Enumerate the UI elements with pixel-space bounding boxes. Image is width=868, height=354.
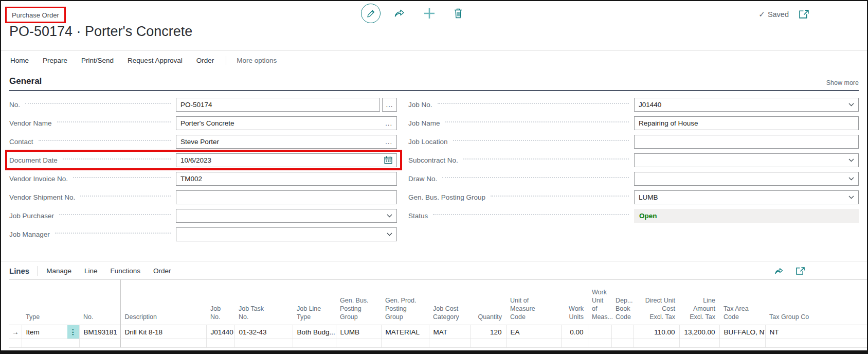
lines-table: Type No. Description Job No. Job Task No…: [9, 279, 867, 348]
job-purchaser-select[interactable]: [176, 209, 397, 223]
open-in-new-window-icon[interactable]: [799, 9, 809, 19]
col-work-unit-of-meas[interactable]: Work Unit of Meas...: [588, 280, 611, 325]
cell-tax-group-code[interactable]: NT: [765, 325, 867, 339]
cell-work-unit-of-meas[interactable]: [588, 325, 611, 339]
dotted-leader: [63, 158, 171, 160]
share-icon[interactable]: [393, 8, 406, 19]
lines-heading[interactable]: Lines: [9, 267, 29, 275]
cell-dep-book-code[interactable]: [611, 325, 633, 339]
vendor-shipment-no-input[interactable]: [176, 190, 397, 204]
vendor-name-input[interactable]: Porter's Concrete ...: [176, 116, 397, 130]
col-dep-book-code[interactable]: Dep... Book Code: [611, 280, 633, 325]
lines-menu-line[interactable]: Line: [84, 267, 98, 275]
cell-unit-of-measure-code[interactable]: EA: [506, 325, 561, 339]
cell-description[interactable]: Drill Kit 8-18: [120, 325, 206, 339]
general-right-column: Job No. J01440 Job Name Repairing of Hou…: [408, 95, 859, 243]
job-name-input[interactable]: Repairing of House: [634, 116, 859, 130]
ribbon-item-order[interactable]: Order: [196, 57, 214, 64]
field-document-date: Document Date 10/6/2023: [9, 151, 397, 169]
lines-menu-functions[interactable]: Functions: [111, 267, 141, 275]
lines-menu-order[interactable]: Order: [153, 267, 171, 275]
table-row[interactable]: → Item ⋮ BM193181 Drill Kit 8-18 J01440 …: [9, 325, 867, 339]
assist-edit-icon[interactable]: ...: [385, 138, 392, 146]
col-line-amount[interactable]: Line Amount Excl. Tax: [679, 280, 719, 325]
delete-icon[interactable]: [453, 8, 463, 19]
cell-job-cost-category[interactable]: MAT: [429, 325, 470, 339]
assist-edit-icon[interactable]: ...: [385, 119, 392, 127]
cell-line-amount[interactable]: 13,200.00: [679, 325, 719, 339]
more-options-button[interactable]: More options: [237, 57, 277, 64]
col-job-line-type[interactable]: Job Line Type: [293, 280, 336, 325]
field-label: No.: [9, 101, 20, 109]
cell-job-task-no[interactable]: 01-32-43: [234, 325, 293, 339]
col-type[interactable]: Type: [22, 280, 79, 325]
field-job-manager: Job Manager: [9, 225, 397, 243]
add-icon[interactable]: [422, 6, 437, 21]
dotted-leader: [491, 196, 629, 197]
cell-gen-prod-posting-group[interactable]: MATERIAL: [381, 325, 429, 339]
ribbon-item-print-send[interactable]: Print/Send: [81, 57, 114, 64]
saved-label: Saved: [768, 10, 789, 19]
ribbon-item-prepare[interactable]: Prepare: [43, 57, 67, 64]
general-heading[interactable]: General: [9, 76, 42, 86]
cell-no[interactable]: BM193181: [79, 325, 120, 339]
cell-quantity[interactable]: 120: [470, 325, 506, 339]
chevron-down-icon[interactable]: [848, 103, 854, 107]
chevron-down-icon[interactable]: [848, 158, 854, 162]
col-no[interactable]: No.: [79, 280, 120, 325]
col-job-cost-category[interactable]: Job Cost Category: [429, 280, 470, 325]
col-work-units[interactable]: Work Units: [561, 280, 588, 325]
cell-job-line-type[interactable]: Both Budg...: [293, 325, 336, 339]
table-header-row: Type No. Description Job No. Job Task No…: [9, 280, 867, 325]
share-icon[interactable]: [773, 267, 784, 276]
cell-tax-area-code[interactable]: BUFFALO, NY: [719, 325, 765, 339]
cell-direct-unit-cost[interactable]: 110.00: [633, 325, 679, 339]
col-unit-of-measure-code[interactable]: Unit of Measure Code: [506, 280, 561, 325]
col-job-no[interactable]: Job No.: [206, 280, 234, 325]
chevron-down-icon[interactable]: [387, 233, 392, 236]
row-options-icon[interactable]: ⋮: [67, 325, 79, 339]
draw-no-select[interactable]: [634, 172, 859, 186]
field-label: Vendor Invoice No.: [9, 175, 68, 183]
job-no-select[interactable]: J01440: [634, 98, 859, 112]
vendor-invoice-no-input[interactable]: TM002: [176, 172, 397, 186]
job-manager-select[interactable]: [176, 227, 397, 241]
col-quantity[interactable]: Quantity: [470, 280, 506, 325]
col-tax-group-code[interactable]: Tax Group Co: [765, 280, 867, 325]
job-location-input[interactable]: [634, 135, 859, 149]
chevron-down-icon[interactable]: [387, 214, 392, 218]
chevron-down-icon[interactable]: [848, 177, 854, 181]
cell-work-units[interactable]: 0.00: [561, 325, 588, 339]
ribbon-item-request-approval[interactable]: Request Approval: [128, 57, 183, 64]
gen-bus-posting-group-select[interactable]: LUMB: [634, 190, 859, 204]
col-job-task-no[interactable]: Job Task No.: [234, 280, 293, 325]
table-row-empty[interactable]: [9, 339, 867, 348]
assist-edit-icon[interactable]: ...: [382, 98, 397, 112]
cell-type[interactable]: Item ⋮: [22, 325, 79, 339]
dotted-leader: [39, 140, 171, 141]
col-description[interactable]: Description: [120, 280, 206, 325]
calendar-icon[interactable]: [384, 156, 392, 164]
dotted-leader: [55, 233, 171, 234]
cell-job-no[interactable]: J01440: [206, 325, 234, 339]
edit-icon[interactable]: [361, 4, 381, 23]
col-tax-area-code[interactable]: Tax Area Code: [719, 280, 765, 325]
col-direct-unit-cost[interactable]: Direct Unit Cost Excl. Tax: [633, 280, 679, 325]
no-input[interactable]: PO-50174: [176, 98, 380, 112]
cell-gen-bus-posting-group[interactable]: LUMB: [336, 325, 381, 339]
status-badge: Open: [634, 209, 859, 223]
lines-menu-manage[interactable]: Manage: [46, 267, 71, 275]
field-job-purchaser: Job Purchaser: [9, 206, 397, 225]
contact-input[interactable]: Steve Porter ...: [176, 135, 397, 149]
general-fields: No. PO-50174 ... Vendor Name Porter's Co…: [9, 95, 859, 243]
chevron-down-icon[interactable]: [848, 196, 854, 199]
document-date-input[interactable]: 10/6/2023: [176, 153, 397, 167]
save-status: ✓ Saved: [758, 10, 789, 19]
subcontract-no-select[interactable]: [634, 153, 859, 167]
expand-lines-icon[interactable]: [795, 267, 805, 275]
show-more-link[interactable]: Show more: [826, 79, 859, 86]
col-gen-bus-posting-group[interactable]: Gen. Bus. Posting Group: [336, 280, 381, 325]
col-gen-prod-posting-group[interactable]: Gen. Prod. Posting Group: [381, 280, 429, 325]
ribbon-item-home[interactable]: Home: [10, 57, 29, 64]
lines-divider: [38, 266, 38, 276]
